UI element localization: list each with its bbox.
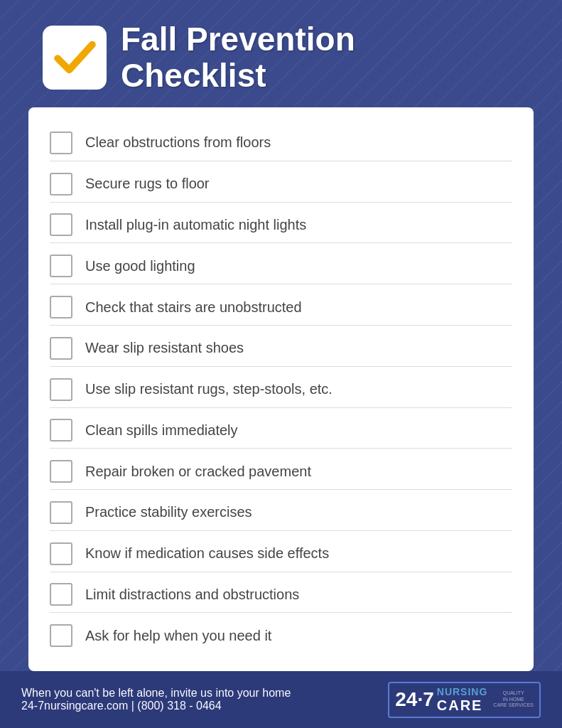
checkbox-8[interactable]: [50, 460, 72, 483]
checkbox-10[interactable]: [50, 542, 72, 565]
checklist-item-label-10: Know if medication causes side effects: [85, 545, 329, 562]
title-block: Fall Prevention Checklist: [121, 21, 355, 93]
checkbox-9[interactable]: [50, 501, 72, 524]
checklist-item: Use good lighting: [50, 248, 512, 284]
checkbox-1[interactable]: [50, 173, 72, 196]
logo-badge-line1: QUALITY: [503, 690, 524, 696]
checklist-item-label-9: Practice stability exercises: [85, 504, 252, 520]
footer-tagline: When you can't be left alone, invite us …: [21, 687, 291, 700]
checklist-item-label-12: Ask for help when you need it: [85, 628, 271, 644]
logo-badge-line2: IN HOME: [503, 697, 524, 702]
checkbox-7[interactable]: [50, 419, 72, 441]
checkbox-0[interactable]: [50, 132, 72, 154]
checkmark-icon: [52, 34, 98, 80]
checklist-item: Secure rugs to floor: [50, 166, 512, 203]
checklist-item: Wear slip resistant shoes: [50, 331, 512, 367]
checklist-item: Use slip resistant rugs, step-stools, et…: [50, 372, 512, 408]
checklist-item: Check that stairs are unobstructed: [50, 289, 512, 326]
logo-badge-line3: CARE SERVICES: [493, 702, 534, 708]
checkmark-icon-box: [43, 26, 107, 90]
checklist-item-label-5: Wear slip resistant shoes: [85, 340, 244, 356]
page-title-line2: Checklist: [121, 58, 355, 94]
logo-nursing: NURSING: [437, 686, 488, 697]
checkbox-5[interactable]: [50, 337, 72, 360]
checklist-item-label-2: Install plug-in automatic night lights: [85, 217, 306, 233]
checkbox-11[interactable]: [50, 583, 72, 606]
checkbox-12[interactable]: [50, 624, 72, 647]
logo-quality-badge: QUALITY IN HOME CARE SERVICES: [493, 690, 534, 708]
header: Fall Prevention Checklist: [0, 0, 562, 107]
logo-box: 24·7 NURSING CARE QUALITY IN HOME CARE S…: [388, 682, 541, 718]
page-wrapper: Fall Prevention Checklist Clear obstruct…: [0, 0, 562, 728]
checklist-item: Know if medication causes side effects: [50, 536, 512, 572]
checklist-item: Limit distractions and obstructions: [50, 577, 512, 613]
checklist-item: Repair broken or cracked pavement: [50, 454, 512, 490]
footer-contact: 24-7nursingcare.com | (800) 318 - 0464: [21, 700, 291, 712]
checklist-item-label-4: Check that stairs are unobstructed: [85, 299, 302, 316]
logo-care: CARE: [437, 697, 483, 714]
checklist-item-label-1: Secure rugs to floor: [85, 176, 210, 192]
checklist-item-label-3: Use good lighting: [85, 258, 195, 274]
checklist-card: Clear obstructions from floorsSecure rug…: [28, 107, 534, 671]
checklist-item: Ask for help when you need it: [50, 618, 512, 653]
page-title-line1: Fall Prevention: [121, 21, 355, 58]
checklist-item-label-6: Use slip resistant rugs, step-stools, et…: [85, 381, 333, 397]
logo-247: 24·7: [395, 688, 434, 711]
checkbox-4[interactable]: [50, 296, 72, 318]
checklist-item-label-8: Repair broken or cracked pavement: [85, 464, 311, 480]
checkbox-3[interactable]: [50, 255, 72, 277]
checklist-item: Practice stability exercises: [50, 495, 512, 531]
checklist-item-label-0: Clear obstructions from floors: [85, 134, 271, 151]
checklist-item: Clean spills immediately: [50, 412, 512, 449]
footer-text-block: When you can't be left alone, invite us …: [21, 687, 291, 712]
checkbox-6[interactable]: [50, 378, 72, 401]
checklist-item-label-7: Clean spills immediately: [85, 422, 238, 439]
checklist-item: Clear obstructions from floors: [50, 125, 512, 161]
checklist-item: Install plug-in automatic night lights: [50, 207, 512, 243]
checklist-item-label-11: Limit distractions and obstructions: [85, 587, 299, 603]
footer: When you can't be left alone, invite us …: [0, 671, 562, 728]
checkbox-2[interactable]: [50, 213, 72, 236]
logo-nursing-care: NURSING CARE: [437, 686, 488, 714]
